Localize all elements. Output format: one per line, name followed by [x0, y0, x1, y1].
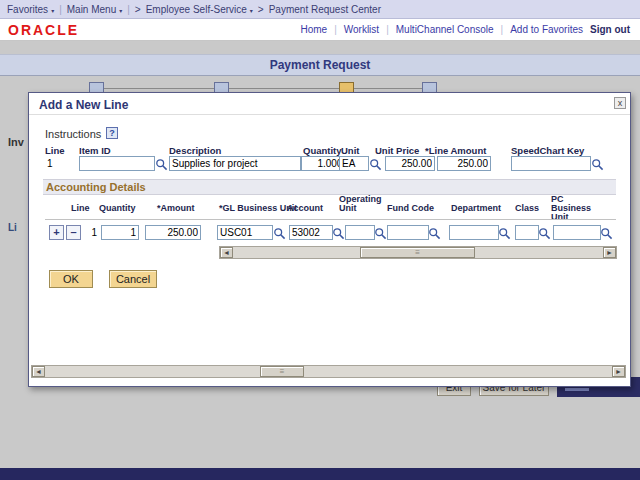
- unit-lookup-icon[interactable]: [369, 157, 382, 170]
- account-lookup-icon[interactable]: [332, 226, 345, 239]
- separator: |: [386, 24, 389, 35]
- close-icon[interactable]: x: [614, 97, 626, 109]
- breadcrumb-employee-self-service[interactable]: Employee Self-Service ▾: [146, 4, 253, 15]
- home-link[interactable]: Home: [300, 24, 327, 35]
- grid-account-field[interactable]: [289, 225, 333, 240]
- breadcrumb: Favorites ▾ | Main Menu ▾ | > Employee S…: [0, 0, 640, 19]
- grid-class-header: Class: [515, 203, 539, 213]
- background-line-label-fragment: Li: [8, 222, 17, 233]
- chevron-down-icon: ▾: [51, 7, 54, 14]
- line-number: 1: [47, 158, 53, 169]
- dialog-title: Add a New Line: [39, 98, 128, 112]
- line-amount-field[interactable]: [437, 156, 491, 171]
- scroll-right-icon[interactable]: ►: [603, 247, 616, 258]
- description-field[interactable]: [169, 156, 301, 171]
- description-header: Description: [169, 145, 221, 156]
- breadcrumb-label: Employee Self-Service: [146, 4, 247, 15]
- delete-row-button[interactable]: –: [66, 225, 81, 240]
- grid-gl-unit-field[interactable]: [217, 225, 273, 240]
- header-links: Home | Worklist | MultiChannel Console |…: [300, 24, 630, 35]
- department-lookup-icon[interactable]: [498, 226, 511, 239]
- grid-operating-unit-header: Operating Unit: [339, 195, 383, 213]
- unit-price-header: Unit Price: [375, 145, 419, 156]
- grid-gl-unit-header: *GL Business Unit: [219, 203, 297, 213]
- chevron-down-icon: ▾: [250, 7, 253, 14]
- breadcrumb-label: Favorites: [7, 4, 48, 15]
- quantity-header: Quantity: [303, 145, 342, 156]
- grid-header-rule: [45, 219, 616, 220]
- scrollbar-thumb[interactable]: ≡: [360, 247, 475, 258]
- add-to-favorites-link[interactable]: Add to Favorites: [510, 24, 583, 35]
- grid-department-header: Department: [451, 203, 501, 213]
- multichannel-console-link[interactable]: MultiChannel Console: [396, 24, 494, 35]
- gl-unit-lookup-icon[interactable]: [273, 226, 286, 239]
- grid-quantity-field[interactable]: [101, 225, 139, 240]
- add-new-line-dialog: Add a New Line x Instructions ? Line Ite…: [28, 92, 631, 387]
- speedchart-key-field[interactable]: [511, 156, 591, 171]
- grid-amount-header: *Amount: [157, 203, 195, 213]
- header-bar: ORACLE Home | Worklist | MultiChannel Co…: [0, 19, 640, 41]
- breadcrumb-favorites[interactable]: Favorites ▾: [7, 4, 54, 15]
- grid-line-number: 1: [85, 227, 97, 238]
- separator: |: [127, 4, 130, 15]
- breadcrumb-label: Main Menu: [67, 4, 116, 15]
- separator: |: [501, 24, 504, 35]
- fund-code-lookup-icon[interactable]: [428, 226, 441, 239]
- page-footer-bar: [0, 468, 640, 480]
- breadcrumb-arrow-icon: >: [135, 4, 141, 15]
- grid-class-field[interactable]: [515, 225, 539, 240]
- speedchart-lookup-icon[interactable]: [591, 157, 604, 170]
- grid-department-field[interactable]: [449, 225, 499, 240]
- breadcrumb-main-menu[interactable]: Main Menu ▾: [67, 4, 122, 15]
- grid-fund-code-field[interactable]: [387, 225, 429, 240]
- speedchart-key-header: SpeedChart Key: [511, 145, 584, 156]
- item-id-lookup-icon[interactable]: [155, 157, 168, 170]
- line-header: Line: [45, 145, 65, 156]
- item-id-header: Item ID: [79, 145, 111, 156]
- background-section-label-fragment: Inv: [8, 136, 24, 148]
- help-icon[interactable]: ?: [106, 127, 118, 139]
- dialog-horizontal-scrollbar[interactable]: ◄ ≡ ►: [31, 365, 626, 378]
- unit-price-field[interactable]: [385, 156, 435, 171]
- grid-fund-code-header: Fund Code: [387, 203, 434, 213]
- item-id-field[interactable]: [79, 156, 155, 171]
- breadcrumb-payment-request-center[interactable]: Payment Request Center: [269, 4, 381, 15]
- operating-unit-lookup-icon[interactable]: [374, 226, 387, 239]
- unit-field[interactable]: [339, 156, 369, 171]
- worklist-link[interactable]: Worklist: [344, 24, 379, 35]
- grid-pc-business-unit-field[interactable]: [553, 225, 601, 240]
- ok-button[interactable]: OK: [49, 270, 93, 288]
- dialog-header: Add a New Line x: [29, 93, 630, 115]
- accounting-details-title: Accounting Details: [46, 181, 146, 193]
- add-row-button[interactable]: +: [49, 225, 64, 240]
- scroll-left-icon[interactable]: ◄: [220, 247, 233, 258]
- grid-account-header: Account: [287, 203, 323, 213]
- breadcrumb-label: Payment Request Center: [269, 4, 381, 15]
- line-amount-header: *Line Amount: [425, 145, 486, 156]
- scroll-right-icon[interactable]: ►: [612, 366, 625, 377]
- grid-pc-business-unit-header: PC Business Unit: [551, 195, 601, 222]
- scrollbar-thumb[interactable]: ≡: [260, 366, 304, 377]
- class-lookup-icon[interactable]: [538, 226, 551, 239]
- grid-quantity-header: Quantity: [99, 203, 136, 213]
- wizard-connector-line: [95, 88, 429, 89]
- unit-header: Unit: [341, 145, 359, 156]
- chevron-down-icon: ▾: [119, 7, 122, 14]
- sign-out-link[interactable]: Sign out: [590, 24, 630, 35]
- page-title: Payment Request: [0, 54, 640, 76]
- separator: |: [334, 24, 337, 35]
- oracle-logo: ORACLE: [8, 22, 79, 38]
- nav-button-glyph: [565, 388, 589, 391]
- cancel-button[interactable]: Cancel: [109, 270, 157, 288]
- grid-amount-field[interactable]: [145, 225, 201, 240]
- instructions-link[interactable]: Instructions: [45, 128, 101, 140]
- grid-line-header: Line: [71, 203, 90, 213]
- pc-business-unit-lookup-icon[interactable]: [600, 226, 613, 239]
- grid-horizontal-scrollbar[interactable]: ◄ ≡ ►: [219, 246, 617, 259]
- separator: |: [59, 4, 62, 15]
- scroll-left-icon[interactable]: ◄: [32, 366, 45, 377]
- breadcrumb-arrow-icon: >: [258, 4, 264, 15]
- grid-operating-unit-field[interactable]: [345, 225, 375, 240]
